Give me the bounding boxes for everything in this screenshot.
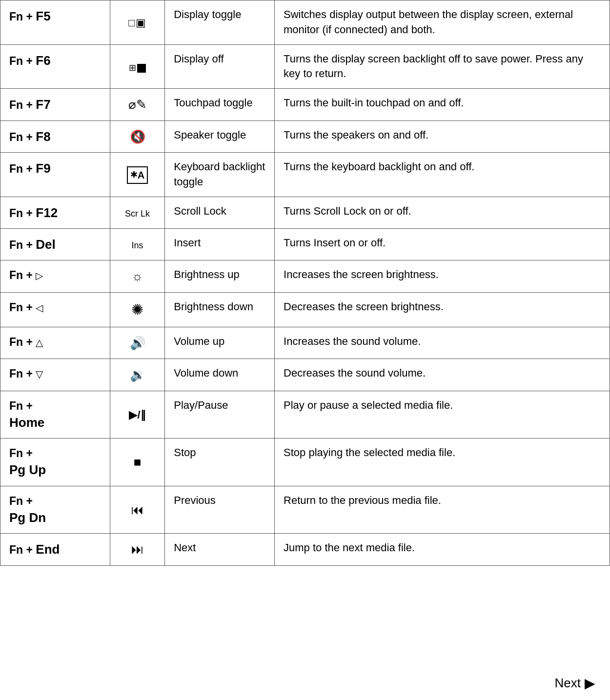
function-description: Decreases the screen brightness. xyxy=(275,292,610,327)
brightness-down-icon: ✺ xyxy=(110,292,164,327)
display-off-icon: ⊞■ xyxy=(110,44,164,89)
table-row: Fn +Pg Up■StopStop playing the selected … xyxy=(0,439,610,486)
function-description: Increases the sound volume. xyxy=(275,327,610,359)
next-arrow-icon: ▶ xyxy=(585,675,595,691)
function-description: Switches display output between the disp… xyxy=(275,0,610,45)
next-button[interactable]: Next ▶ xyxy=(555,675,595,691)
function-description: Jump to the next media file. xyxy=(275,534,610,565)
table-row: Fn + End⏭NextJump to the next media file… xyxy=(0,534,610,565)
function-description: Increases the screen brightness. xyxy=(275,260,610,292)
key-combination: Fn + Del xyxy=(0,228,110,260)
function-description: Turns the built-in touchpad on and off. xyxy=(275,89,610,120)
table-row: Fn + F5□▣Display toggleSwitches display … xyxy=(0,0,610,45)
function-description: Stop playing the selected media file. xyxy=(275,439,610,486)
table-row: Fn + F7⌀✎Touchpad toggleTurns the built-… xyxy=(0,89,610,120)
function-name: Play/Pause xyxy=(165,391,275,439)
next-label: Next xyxy=(555,676,581,691)
key-combination: Fn +Pg Up xyxy=(0,439,110,486)
key-combination: Fn +Pg Dn xyxy=(0,486,110,534)
function-name: Speaker toggle xyxy=(165,120,275,152)
function-name: Volume up xyxy=(165,327,275,359)
table-row: Fn + ◁✺Brightness downDecreases the scre… xyxy=(0,292,610,327)
brightness-up-icon: ☼ xyxy=(110,260,164,292)
function-name: Brightness down xyxy=(165,292,275,327)
table-row: Fn + F9✱AKeyboard backlight toggleTurns … xyxy=(0,152,610,197)
table-row: Fn + △🔊Volume upIncreases the sound volu… xyxy=(0,327,610,359)
function-description: Return to the previous media file. xyxy=(275,486,610,534)
function-name: Next xyxy=(165,534,275,565)
table-row: Fn +Home▶/‖Play/PausePlay or pause a sel… xyxy=(0,391,610,439)
table-row: Fn + F12Scr LkScroll LockTurns Scroll Lo… xyxy=(0,197,610,228)
speaker-toggle-icon: 🔇 xyxy=(110,120,164,152)
play-pause-icon: ▶/‖ xyxy=(110,391,164,439)
key-combination: Fn + End xyxy=(0,534,110,565)
table-row: Fn + F6⊞■Display offTurns the display sc… xyxy=(0,44,610,89)
function-name: Touchpad toggle xyxy=(165,89,275,120)
key-combination: Fn +Home xyxy=(0,391,110,439)
volume-up-icon: 🔊 xyxy=(110,327,164,359)
volume-down-icon: 🔉 xyxy=(110,359,164,391)
function-name: Previous xyxy=(165,486,275,534)
table-row: Fn + DelInsInsertTurns Insert on or off. xyxy=(0,228,610,260)
function-name: Scroll Lock xyxy=(165,197,275,228)
key-combination: Fn + F7 xyxy=(0,89,110,120)
function-name: Display off xyxy=(165,44,275,89)
function-description: Decreases the sound volume. xyxy=(275,359,610,391)
function-name: Keyboard backlight toggle xyxy=(165,152,275,197)
display-toggle-icon: □▣ xyxy=(110,0,164,45)
function-name: Stop xyxy=(165,439,275,486)
table-row: Fn + ▽🔉Volume downDecreases the sound vo… xyxy=(0,359,610,391)
table-row: Fn + F8🔇Speaker toggleTurns the speakers… xyxy=(0,120,610,152)
function-name: Volume down xyxy=(165,359,275,391)
stop-icon: ■ xyxy=(110,439,164,486)
key-combination: Fn + F6 xyxy=(0,44,110,89)
key-combination: Fn + F9 xyxy=(0,152,110,197)
key-combination: Fn + ▽ xyxy=(0,359,110,391)
next-icon: ⏭ xyxy=(110,534,164,565)
scroll-lock-icon: Scr Lk xyxy=(110,197,164,228)
function-description: Turns Scroll Lock on or off. xyxy=(275,197,610,228)
function-description: Play or pause a selected media file. xyxy=(275,391,610,439)
insert-icon: Ins xyxy=(110,228,164,260)
keyboard-backlight-icon: ✱A xyxy=(110,152,164,197)
key-combination: Fn + ▷ xyxy=(0,260,110,292)
key-combination: Fn + F5 xyxy=(0,0,110,45)
function-description: Turns the display screen backlight off t… xyxy=(275,44,610,89)
table-row: Fn + ▷☼Brightness upIncreases the screen… xyxy=(0,260,610,292)
function-description: Turns the keyboard backlight on and off. xyxy=(275,152,610,197)
touchpad-toggle-icon: ⌀✎ xyxy=(110,89,164,120)
bottom-navigation: Next ▶ xyxy=(0,666,610,700)
function-description: Turns the speakers on and off. xyxy=(275,120,610,152)
function-name: Display toggle xyxy=(165,0,275,45)
table-row: Fn +Pg Dn⏮PreviousReturn to the previous… xyxy=(0,486,610,534)
previous-icon: ⏮ xyxy=(110,486,164,534)
key-combination: Fn + △ xyxy=(0,327,110,359)
function-description: Turns Insert on or off. xyxy=(275,228,610,260)
function-name: Insert xyxy=(165,228,275,260)
key-combination: Fn + ◁ xyxy=(0,292,110,327)
key-combination: Fn + F8 xyxy=(0,120,110,152)
key-combination: Fn + F12 xyxy=(0,197,110,228)
function-name: Brightness up xyxy=(165,260,275,292)
